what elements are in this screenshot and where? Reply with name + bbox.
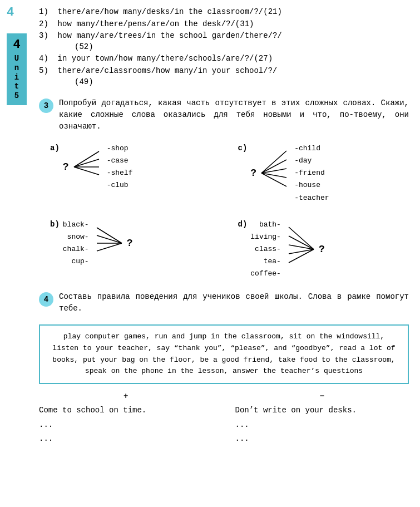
svg-line-3 (74, 167, 99, 175)
plus-dots-1: ... (39, 418, 213, 432)
exercise-4-text: Составь правила поведения для учеников с… (59, 291, 409, 314)
unit-label: U n i t 5 (14, 54, 19, 101)
diagrams-grid: a) ? -shop -case -shelf -club (50, 142, 409, 280)
diagram-d-words: bath- living- class- tea- coffee- (250, 219, 281, 280)
exercise-3-text: Попробуй догадаться, какая часть отсутст… (59, 97, 409, 132)
diagram-d-label: d) (238, 220, 248, 229)
diagram-a-label: a) (50, 144, 60, 152)
exercise-4-badge: 4 (39, 292, 53, 307)
plus-dots-2: ... (39, 432, 213, 446)
diagram-a-tree (71, 145, 105, 189)
diagram-c-label: c) (238, 144, 248, 152)
diagram-d-question: ? (319, 244, 325, 255)
diagram-d-tree (283, 221, 317, 277)
diagram-b-question: ? (127, 238, 133, 249)
page-corner-number: 4 (7, 6, 14, 19)
exercise-4-block: 4 Составь правила поведения для учеников… (39, 291, 409, 314)
plus-example: Come to school on time. (39, 404, 213, 416)
svg-line-1 (74, 159, 99, 167)
exercise-3-block: 3 Попробуй догадаться, какая часть отсут… (39, 97, 409, 132)
svg-line-9 (97, 228, 122, 243)
diagram-c: c) ? -child -day -friend -house (238, 142, 409, 204)
diagram-a-question: ? (63, 161, 69, 173)
svg-line-0 (74, 151, 99, 167)
plus-minus-section: + Come to school on time. ... ... − Don’… (39, 392, 409, 446)
svg-line-10 (97, 235, 122, 243)
exercise-3-badge: 3 (39, 99, 53, 113)
unit-number: 4 (13, 38, 20, 52)
minus-example: Don’t write on your desks. (235, 404, 409, 416)
minus-header: − (235, 392, 409, 401)
minus-dots-2: ... (235, 432, 409, 446)
list-item: 3) how many/are/trees/in the school gard… (39, 31, 409, 52)
plus-header: + (39, 392, 213, 401)
list-item: 4) in your town/how many/there/schools/a… (39, 53, 409, 65)
diagram-b-tree (91, 221, 125, 265)
word-box: play computer games, run and jump in the… (39, 324, 409, 384)
minus-column: − Don’t write on your desks. ... ... (235, 392, 409, 446)
diagram-b-label: b) (50, 220, 60, 229)
list-item: 5) there/are/classrooms/how many/in your… (39, 66, 409, 87)
list-item: 1) there/are/how many/desks/in the class… (39, 7, 409, 18)
diagram-c-question: ? (250, 168, 256, 179)
numbered-list: 1) there/are/how many/desks/in the class… (39, 7, 409, 87)
list-item: 2) how many/there/pens/are/on the desk/?… (39, 19, 409, 30)
diagram-d: d) bath- living- class- tea- coffee- (238, 219, 409, 280)
diagram-a-words: -shop -case -shelf -club (107, 142, 133, 191)
diagram-a: a) ? -shop -case -shelf -club (50, 142, 221, 204)
svg-line-12 (97, 243, 122, 251)
diagram-c-tree (259, 145, 292, 201)
diagram-b-words: black- snow- chalk- cup- (63, 219, 89, 268)
diagram-b: b) black- snow- chalk- cup- ? (50, 219, 221, 280)
plus-column: + Come to school on time. ... ... (39, 392, 213, 446)
diagram-c-words: -child -day -friend -house -teacher (294, 142, 329, 204)
minus-dots-1: ... (235, 418, 409, 432)
